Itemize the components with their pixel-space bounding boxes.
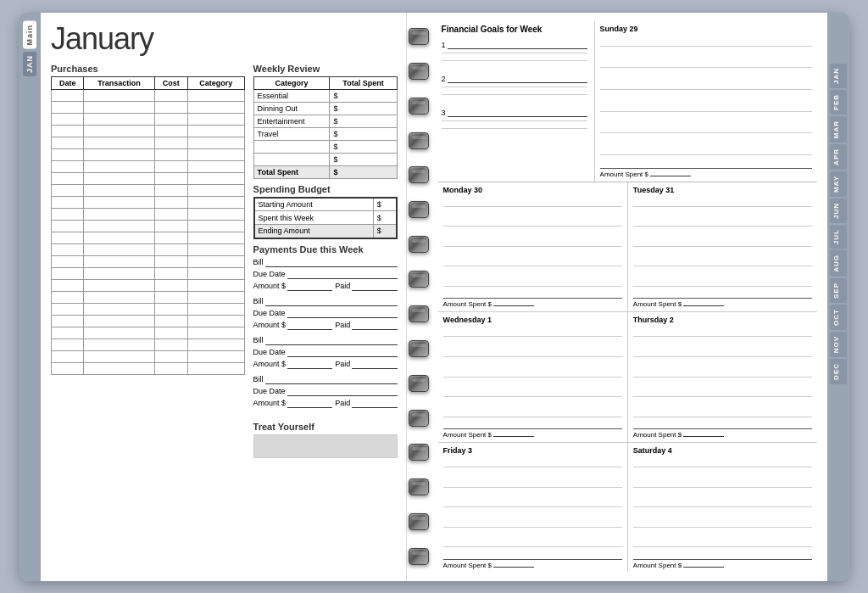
treat-yourself-box[interactable]: [253, 434, 398, 458]
table-row[interactable]: [52, 291, 245, 303]
tab-feb[interactable]: FEB: [830, 90, 847, 115]
table-row[interactable]: [52, 125, 245, 137]
wednesday-amount-line[interactable]: [493, 436, 534, 437]
due-label-2: Due Date: [253, 309, 286, 317]
paid-field-3[interactable]: [352, 359, 397, 369]
payments-due-title: Payments Due this Week: [253, 244, 398, 255]
table-row[interactable]: [52, 338, 245, 350]
amount-field-3[interactable]: [287, 359, 332, 369]
wr-row-extra1[interactable]: $: [253, 140, 397, 153]
wr-row-travel[interactable]: Travel $: [253, 127, 397, 140]
table-row[interactable]: [52, 362, 245, 374]
spending-budget: Spending Budget Starting Amount $ Spent …: [253, 184, 398, 239]
right-month-tabs: JAN FEB MAR APR MAY JUN JUL AUG SEP OCT …: [827, 13, 849, 581]
thursday-line: [633, 377, 812, 378]
main-tab-label[interactable]: Main: [23, 21, 36, 49]
table-row[interactable]: [52, 113, 245, 125]
payment-entry-4: Bill Due Date Amount $ Paid: [253, 374, 398, 408]
friday-line: [443, 527, 622, 528]
amount-field-4[interactable]: [287, 398, 332, 408]
wednesday-title: Wednesday 1: [443, 316, 622, 324]
saturday-amount-line[interactable]: [683, 567, 724, 568]
tab-sep[interactable]: SEP: [830, 278, 847, 303]
spiral-binding: [407, 13, 431, 581]
wr-row-essential[interactable]: Essential $: [253, 89, 397, 102]
table-row[interactable]: [52, 232, 245, 243]
table-row[interactable]: [52, 184, 245, 196]
paid-field-4[interactable]: [352, 398, 397, 408]
table-row[interactable]: [52, 350, 245, 362]
bill-line-4: Bill: [253, 374, 398, 384]
spiral-ring: [409, 340, 429, 357]
table-row[interactable]: [52, 89, 245, 101]
tab-dec[interactable]: DEC: [830, 359, 847, 384]
tab-may[interactable]: MAY: [830, 171, 847, 197]
table-row[interactable]: [52, 208, 245, 220]
table-row[interactable]: [52, 148, 245, 160]
table-row[interactable]: [52, 267, 245, 279]
table-row[interactable]: [52, 172, 245, 184]
sunday-line: [600, 154, 812, 155]
bill-field-4[interactable]: [265, 374, 398, 384]
thursday-amount-line[interactable]: [683, 436, 724, 437]
tab-nov[interactable]: NOV: [830, 332, 847, 357]
due-field-3[interactable]: [287, 347, 398, 357]
payment-entry-2: Bill Due Date Amount $ Paid: [253, 296, 398, 330]
tab-jan[interactable]: JAN: [830, 64, 847, 88]
due-line-4: Due Date: [253, 386, 398, 396]
thursday-panel: Thursday 2 Amount Spent $: [628, 312, 817, 442]
spiral-ring: [409, 375, 429, 392]
tab-jul[interactable]: JUL: [830, 225, 847, 249]
bill-field-2[interactable]: [265, 296, 398, 306]
table-row[interactable]: [52, 255, 245, 267]
thursday-lines: [633, 327, 812, 428]
saturday-title: Saturday 4: [633, 446, 812, 455]
wr-row-dining[interactable]: Dinning Out $: [253, 102, 397, 115]
budget-starting[interactable]: Starting Amount $: [254, 198, 397, 211]
table-row[interactable]: [52, 160, 245, 172]
tab-aug[interactable]: AUG: [830, 250, 847, 277]
sunday-line: [600, 46, 812, 47]
tuesday-amount-line[interactable]: [683, 305, 724, 306]
paid-field-2[interactable]: [352, 320, 397, 330]
tab-mar[interactable]: MAR: [830, 116, 847, 143]
amount-field-2[interactable]: [287, 320, 332, 330]
tab-apr[interactable]: APR: [830, 144, 847, 170]
table-row[interactable]: [52, 315, 245, 327]
wr-row-extra2[interactable]: $: [253, 153, 397, 165]
budget-spent[interactable]: Spent this Week $: [254, 211, 397, 225]
wednesday-line: [443, 377, 622, 378]
jan-left-tab[interactable]: JAN: [23, 52, 36, 76]
bill-field-3[interactable]: [265, 335, 398, 345]
bill-field-1[interactable]: [265, 257, 398, 267]
amount-field-1[interactable]: [287, 281, 332, 291]
tab-jun[interactable]: JUN: [830, 199, 847, 223]
due-field-1[interactable]: [287, 269, 398, 279]
paid-field-1[interactable]: [352, 281, 397, 291]
monday-amount-line[interactable]: [493, 305, 534, 306]
table-row[interactable]: [52, 220, 245, 232]
due-label-4: Due Date: [253, 387, 286, 395]
due-label-3: Due Date: [253, 348, 286, 356]
sunday-amount-line[interactable]: [650, 176, 691, 176]
goal-line-3[interactable]: [448, 107, 587, 117]
friday-amount-line[interactable]: [493, 567, 534, 568]
table-row[interactable]: [52, 303, 245, 315]
bill-line-2: Bill: [253, 296, 398, 306]
goal-line-1[interactable]: [448, 39, 587, 49]
table-row[interactable]: [52, 327, 245, 338]
goal-2: 2: [442, 73, 587, 95]
due-field-4[interactable]: [287, 386, 398, 396]
table-row[interactable]: [52, 279, 245, 291]
left-page: January Purchases Date Transaction Cost …: [41, 13, 407, 581]
financial-goals-title: Financial Goals for Week: [442, 25, 587, 34]
table-row[interactable]: [52, 101, 245, 113]
tab-oct[interactable]: OCT: [830, 305, 847, 330]
wr-row-entertainment[interactable]: Entertainment $: [253, 115, 397, 127]
table-row[interactable]: [52, 137, 245, 148]
due-field-2[interactable]: [287, 308, 398, 318]
table-row[interactable]: [52, 196, 245, 208]
table-row[interactable]: [52, 243, 245, 255]
saturday-line: [633, 506, 812, 507]
goal-line-2[interactable]: [448, 73, 587, 83]
